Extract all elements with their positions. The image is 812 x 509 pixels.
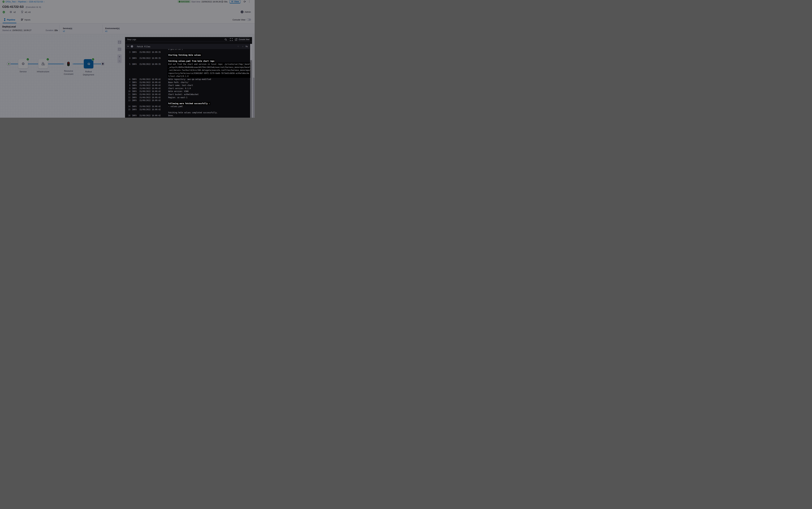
log-line: 4INFO15/09/2022 16:09:35 — [125, 57, 250, 60]
step-logs-panel: Step Logs Console View ✓ Fetch Files ↑ ↓… — [125, 37, 252, 118]
app-window: CFDs_Test › Pipelines › CDS-41722-S3 › C… — [0, 0, 255, 118]
scroll-up-icon[interactable]: ↑ — [237, 45, 238, 47]
log-line: 16INFO15/09/2022 16:09:42Done. — [125, 114, 250, 117]
log-line: Fetching helm values completed successfu… — [125, 111, 250, 114]
log-line: -out/darwin-fastbuild/bin/260-delegate/e… — [125, 69, 250, 72]
log-line: 6INFO15/09/2022 16:09:42Helm repository:… — [125, 78, 250, 81]
log-line: _achyuth/d605e19b46448ceaacb01fb4c19633a… — [125, 66, 250, 69]
log-line: Following were fetched successfully : — [125, 102, 250, 105]
log-line: Starting fetching Helm values — [125, 54, 250, 57]
log-line: 9INFO15/09/2022 16:09:42Chart version: 0… — [125, 87, 250, 90]
log-line: 10INFO15/09/2022 16:09:42Helm version: V… — [125, 90, 250, 93]
scroll-down-icon[interactable]: ↓ — [242, 45, 243, 47]
step-name: Fetch Files — [137, 45, 150, 48]
log-line: t/test-chart/0.1.0 — [125, 75, 250, 78]
log-line: 14INFO15/09/2022 16:09:42- values.yaml — [125, 105, 250, 108]
log-line: 11INFO15/09/2022 16:09:42Chart bucket: a… — [125, 93, 250, 96]
log-line: repository/helm/source/93602db7-89f2-317… — [125, 72, 250, 75]
step-success-icon: ✓ — [131, 45, 133, 47]
log-line: 3INFO15/09/2022 16:09:35 — [125, 51, 250, 54]
log-line: 5INFO15/09/2022 16:09:35Did not find the… — [125, 63, 250, 66]
log-line: 15INFO15/09/2022 16:09:42 — [125, 108, 250, 111]
step-duration: 9s — [246, 45, 248, 47]
log-line: 7INFO15/09/2022 16:09:42Base Path: chart… — [125, 81, 250, 84]
log-line: 13INFO15/09/2022 16:09:42 — [125, 99, 250, 102]
log-line: 12INFO15/09/2022 16:09:42Region: us-east… — [125, 96, 250, 99]
chevron-down-icon[interactable] — [127, 46, 129, 47]
log-content: m go1.17.10"}3INFO15/09/2022 16:09:35Sta… — [125, 37, 252, 118]
log-section-fetch-files[interactable]: ✓ Fetch Files ↑ ↓ 9s — [126, 44, 250, 49]
log-line: 8INFO15/09/2022 16:09:42Chart name: test… — [125, 84, 250, 87]
